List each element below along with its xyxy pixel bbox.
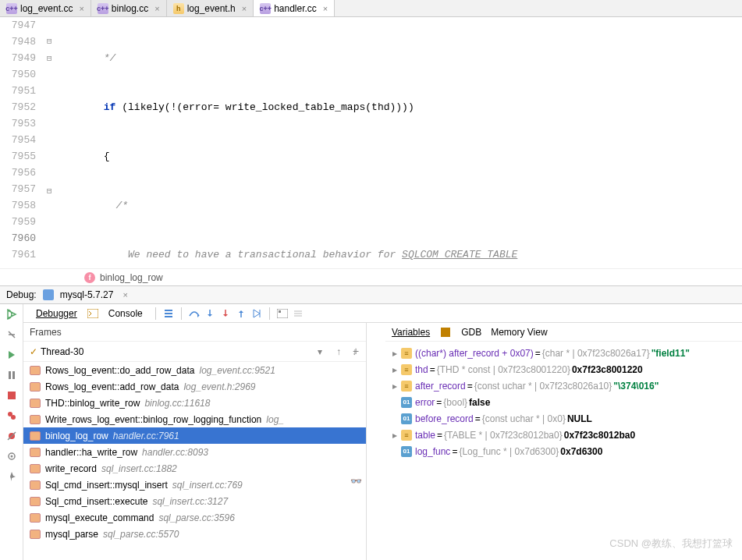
run-to-cursor-button[interactable]: [250, 307, 263, 320]
frame-fn: THD::binlog_write_row: [45, 398, 140, 409]
debug-config[interactable]: mysql-5.7.27: [60, 289, 114, 300]
code-editor[interactable]: 7947794879497950795179527953795479557956…: [0, 17, 742, 268]
frame-item[interactable]: handler::ha_write_row handler.cc:8093: [23, 444, 366, 460]
frame-icon: [30, 448, 41, 457]
svg-point-4: [11, 415, 16, 420]
frame-icon: [30, 513, 41, 523]
function-breadcrumb[interactable]: f binlog_log_row: [0, 268, 742, 285]
resume-button[interactable]: [5, 348, 19, 362]
frames-header: Frames: [23, 323, 366, 342]
more-icon[interactable]: [292, 307, 304, 320]
chevron-down-icon[interactable]: ▾: [318, 346, 322, 357]
function-icon: f: [84, 272, 95, 283]
frame-list[interactable]: Rows_log_event::do_add_row_data log_even…: [23, 362, 366, 560]
fold-icon[interactable]: ⊟: [47, 186, 52, 196]
variables-tree[interactable]: ▸≡((char*) after_record + 0x07) = {char …: [385, 342, 742, 560]
variable-row[interactable]: ▸≡table = {TABLE * | 0x7f23c8012ba0} 0x7…: [385, 427, 742, 443]
frame-item[interactable]: Rows_log_event::add_row_data log_event.h…: [23, 378, 366, 395]
variable-row[interactable]: ▸≡((char*) after_record + 0x07) = {char …: [385, 345, 742, 361]
fold-column: ⊟ ⊟ ⊟: [45, 17, 64, 268]
cpp-icon: c++: [260, 3, 271, 14]
rerun-button[interactable]: [5, 307, 19, 321]
step-over-button[interactable]: [188, 307, 201, 320]
expand-icon[interactable]: ▸: [390, 430, 399, 441]
variable-row[interactable]: ▸≡thd = {THD * const | 0x7f23c8001220} 0…: [385, 361, 742, 377]
fold-icon[interactable]: ⊟: [47, 53, 52, 63]
frame-item[interactable]: Sql_cmd_insert::execute sql_insert.cc:31…: [23, 493, 366, 509]
var-name: log_func: [415, 446, 450, 457]
var-type: {TABLE * | 0x7f23c8012ba0}: [444, 430, 563, 441]
expand-icon[interactable]: ▸: [390, 348, 399, 359]
gear-icon[interactable]: [5, 449, 19, 463]
console-tab[interactable]: Console: [102, 307, 149, 321]
variable-row[interactable]: 01error = {bool} false: [385, 394, 742, 410]
prev-frame-button[interactable]: ↑: [333, 346, 344, 357]
var-type: {bool}: [443, 397, 467, 408]
svg-rect-1: [12, 371, 15, 379]
tab-handler-cc[interactable]: c++ handler.cc ×: [254, 0, 335, 16]
frame-fn: mysql_parse: [45, 529, 98, 540]
close-icon[interactable]: ×: [79, 4, 83, 13]
frame-item[interactable]: binlog_log_row handler.cc:7961: [23, 427, 366, 444]
variable-row[interactable]: ▸≡after_record = {const uchar * | 0x7f23…: [385, 377, 742, 394]
evaluate-icon[interactable]: [276, 307, 289, 320]
svg-rect-0: [9, 371, 11, 379]
line-gutter: 7947794879497950795179527953795479557956…: [0, 17, 45, 268]
tab-log-event-h[interactable]: h log_event.h ×: [167, 0, 254, 16]
expand-icon[interactable]: ▸: [390, 381, 399, 392]
stop-button[interactable]: [5, 388, 19, 402]
value-icon: 01: [401, 413, 412, 424]
tab-log-event-cc[interactable]: c++ log_event.cc ×: [0, 0, 91, 16]
frame-icon: [30, 497, 41, 506]
frame-icon: [30, 399, 41, 408]
force-step-into-button[interactable]: [219, 307, 232, 320]
thread-selector[interactable]: ✓ Thread-30 ▾ ↑ ↓: [23, 342, 366, 362]
close-icon[interactable]: ×: [242, 4, 247, 13]
close-icon[interactable]: ×: [154, 4, 159, 13]
variables-tab[interactable]: Variables: [392, 327, 430, 338]
add-watch-button[interactable]: +: [350, 345, 362, 357]
expr-icon: ≡: [401, 381, 412, 392]
frame-item[interactable]: mysql_execute_command sql_parse.cc:3596: [23, 509, 366, 526]
gdb-tab[interactable]: GDB: [461, 327, 481, 338]
close-icon[interactable]: ×: [323, 4, 328, 13]
variable-row[interactable]: 01before_record = {const uchar * | 0x0} …: [385, 410, 742, 427]
code-body[interactable]: */ if (likely(!(error= write_locked_tabl…: [64, 17, 742, 268]
expand-icon[interactable]: ▸: [390, 364, 399, 375]
memory-view-tab[interactable]: Memory View: [491, 327, 547, 338]
frame-item[interactable]: Write_rows_log_event::binlog_row_logging…: [23, 411, 366, 427]
step-out-button[interactable]: [235, 307, 247, 320]
close-icon[interactable]: ×: [122, 290, 127, 299]
threads-icon[interactable]: [162, 307, 175, 320]
pin-icon[interactable]: [5, 470, 19, 484]
svg-rect-2: [8, 392, 16, 399]
mute-breakpoints-button[interactable]: [5, 429, 19, 443]
frame-fn: Write_rows_log_event::binlog_row_logging…: [45, 414, 261, 425]
watches-icon[interactable]: 👓: [350, 476, 362, 488]
frames-panel: Frames ✓ Thread-30 ▾ ↑ ↓ Rows_log_event:…: [23, 323, 367, 560]
settings-button[interactable]: [5, 328, 19, 342]
variable-row[interactable]: 01log_func = {Log_func * | 0x7d6300} 0x7…: [385, 443, 742, 459]
fold-icon[interactable]: ⊟: [47, 36, 52, 46]
debug-header: Debug: mysql-5.7.27 ×: [0, 285, 742, 304]
var-type: {THD * const | 0x7f23c8001220}: [437, 364, 570, 375]
editor-tabs: c++ log_event.cc × c++ binlog.cc × h log…: [0, 0, 742, 17]
frame-location: sql_parse.cc:5570: [103, 529, 179, 540]
expr-icon: ≡: [401, 430, 412, 441]
debug-label: Debug:: [6, 289, 37, 300]
frame-fn: binlog_log_row: [45, 431, 108, 441]
frame-item[interactable]: Sql_cmd_insert::mysql_insert sql_insert.…: [23, 477, 366, 493]
step-into-button[interactable]: [204, 307, 216, 320]
frame-location: handler.cc:8093: [142, 447, 208, 458]
tab-label: handler.cc: [274, 3, 317, 14]
frame-item[interactable]: Rows_log_event::do_add_row_data log_even…: [23, 362, 366, 378]
frame-fn: handler::ha_write_row: [45, 447, 137, 458]
frame-item[interactable]: THD::binlog_write_row binlog.cc:11618: [23, 395, 366, 411]
frame-item[interactable]: write_record sql_insert.cc:1882: [23, 460, 366, 477]
tab-binlog-cc[interactable]: c++ binlog.cc ×: [91, 0, 167, 16]
view-breakpoints-button[interactable]: [5, 409, 19, 423]
frame-location: log_: [266, 414, 284, 425]
frame-item[interactable]: mysql_parse sql_parse.cc:5570: [23, 526, 366, 542]
pause-button[interactable]: [5, 368, 19, 382]
debugger-tab[interactable]: Debugger: [30, 307, 83, 321]
